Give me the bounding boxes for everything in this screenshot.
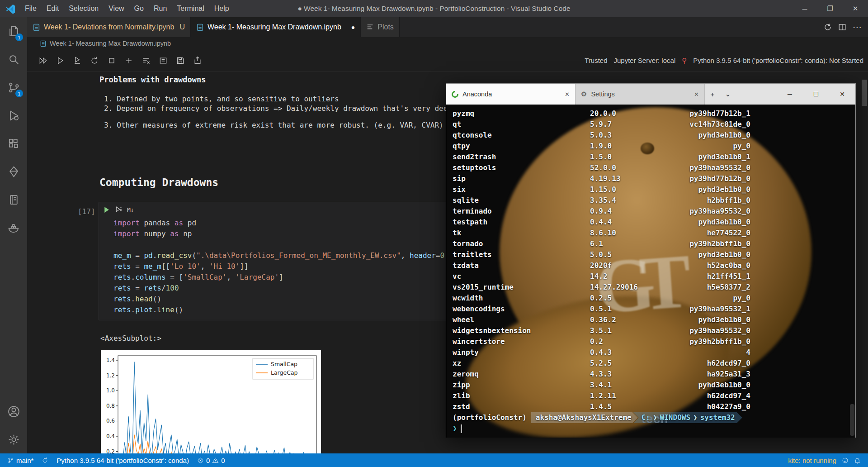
dirty-indicator[interactable]: ● (351, 24, 355, 31)
terminal-close-button[interactable]: ✕ (829, 84, 855, 105)
menu-edit[interactable]: Edit (42, 5, 64, 12)
editor-scrollbar[interactable] (862, 71, 867, 453)
run-all-button[interactable] (34, 53, 52, 68)
breadcrumb[interactable]: Week 1- Measuring Max Drawdown.ipynb (27, 37, 868, 50)
sync-icon (42, 457, 48, 464)
menu-file[interactable]: File (20, 5, 42, 12)
search-icon[interactable] (0, 45, 27, 73)
branch-name: main* (16, 457, 33, 464)
terminal-maximize-button[interactable]: ☐ (803, 84, 829, 105)
problems-item[interactable]: 0 0 (194, 453, 228, 467)
git-branch-item[interactable]: main* (5, 453, 36, 467)
maximize-button[interactable]: ❐ (817, 0, 843, 17)
status-bar: main* Python 3.9.5 64-bit ('portfolioCon… (0, 453, 868, 467)
scrollbar-thumb[interactable] (862, 80, 867, 106)
svg-text:0.6: 0.6 (106, 418, 115, 424)
package-row: qtpy1.9.0py_0 (453, 141, 750, 152)
settings-gear-icon[interactable] (0, 425, 27, 453)
restart-kernel-button[interactable] (86, 53, 103, 68)
split-editor-icon[interactable] (838, 23, 846, 31)
markdown-list-item: 1.Defined by two points, and so sensitiv… (104, 94, 465, 104)
anaconda-terminal-window[interactable]: Anaconda ✕ ⚙ Settings ✕ + ⌄ ─ ☐ ✕ GT tec… (446, 83, 856, 438)
interrupt-kernel-button[interactable] (103, 53, 120, 68)
feedback-smiley-icon (842, 457, 849, 464)
sync-changes-item[interactable] (39, 453, 51, 467)
notifications-bell-item[interactable] (851, 453, 863, 467)
tab-measuring-max-drawdown[interactable]: Week 1- Measuring Max Drawdown.ipynb ● (191, 17, 361, 37)
run-debug-icon[interactable] (0, 101, 27, 129)
svg-text:SmallCap: SmallCap (271, 361, 297, 367)
menu-terminal[interactable]: Terminal (172, 5, 209, 12)
add-cell-button[interactable] (120, 53, 137, 68)
account-icon[interactable] (0, 397, 27, 425)
gear-icon: ⚙ (581, 90, 587, 98)
extensions-icon[interactable] (0, 129, 27, 157)
breadcrumb-file[interactable]: Week 1- Measuring Max Drawdown.ipynb (50, 40, 171, 47)
plot-output: 1.41.21.00.80.60.40.2SmallCapLargeCap (101, 350, 321, 453)
kernel-picker[interactable]: Python 3.9.5 64-bit ('portfolioConstr': … (693, 57, 863, 64)
source-control-icon[interactable]: 1 (0, 73, 27, 101)
menu-help[interactable]: Help (209, 5, 234, 12)
kite-status-item[interactable]: kite: not running (785, 453, 839, 467)
tab-close-icon[interactable]: ✕ (565, 91, 570, 98)
menu-selection[interactable]: Selection (64, 5, 104, 12)
terminal-minimize-button[interactable]: ─ (777, 84, 803, 105)
git-status-letter: U (179, 23, 185, 31)
terminal-tab-settings[interactable]: ⚙ Settings ✕ (576, 84, 705, 105)
tab-dropdown-icon[interactable]: ⌄ (720, 84, 736, 105)
run-below-icon[interactable] (115, 206, 123, 214)
package-row: xz5.2.5h62dcd97_0 (453, 358, 750, 369)
tab-label: Week 1- Deviations from Normality.ipynb (44, 23, 174, 31)
feedback-item[interactable] (839, 453, 851, 467)
minimize-button[interactable]: ─ (792, 0, 817, 17)
notebook-file-icon (196, 24, 204, 31)
warning-icon (212, 457, 219, 464)
kite-extension-icon[interactable] (0, 157, 27, 186)
sync-kernel-icon[interactable] (824, 23, 832, 31)
export-button[interactable] (189, 53, 206, 68)
menu-run[interactable]: Run (149, 5, 172, 12)
tab-deviations-from-normality[interactable]: Week 1- Deviations from Normality.ipynb … (27, 17, 191, 37)
terminal-tab-label: Anaconda (462, 91, 492, 98)
explorer-icon[interactable]: 1 (0, 17, 27, 45)
terminal-output: pyzmq20.0.0py39hd77b12b_1qt5.9.7vc14h73c… (453, 108, 750, 434)
run-cell-play-icon[interactable] (103, 206, 110, 214)
terminal-scrollbar-thumb[interactable] (850, 404, 854, 436)
notebook-toolbar: Trusted Jupyter Server: local ⚲ Python 3… (27, 50, 868, 71)
convert-to-markdown-button[interactable]: M↓ (127, 206, 134, 213)
markdown-list: 1.Defined by two points, and so sensitiv… (104, 94, 465, 130)
menu-view[interactable]: View (104, 5, 129, 12)
anaconda-spinner-icon (450, 89, 460, 99)
tab-plots[interactable]: Plots (361, 17, 400, 37)
package-row: qtconsole5.0.3pyhd3eb1b0_0 (453, 130, 750, 141)
docker-icon[interactable] (0, 214, 27, 242)
terminal-body[interactable]: GT tech pyzmq20.0.0py39hd77b12b_1qt5.9.7… (446, 105, 855, 438)
variable-explorer-button[interactable] (155, 53, 172, 68)
prompt-path-segment: C:❯WINDOWS❯system32 (633, 412, 742, 423)
new-tab-button[interactable]: + (705, 84, 720, 105)
run-below-button[interactable] (69, 53, 86, 68)
markdown-heading: Problems with drawdowns (99, 75, 206, 84)
python-version-label: Python 3.9.5 64-bit ('portfolioConstr': … (57, 457, 189, 464)
package-row: six1.15.0pyhd3eb1b0_0 (453, 184, 750, 195)
terminal-cursor-line[interactable]: ❯ (453, 423, 750, 434)
more-actions-icon[interactable]: ⋯ (853, 22, 862, 33)
terminal-prompt-line: (portfolioConstr) aksha@AkshaysX1Extreme… (453, 412, 750, 423)
markdown-list-item: 2.Depend on frequency of observations =>… (104, 104, 465, 113)
trusted-label[interactable]: Trusted (585, 57, 607, 64)
menu-go[interactable]: Go (129, 5, 149, 12)
package-row: zeromq4.3.3ha925a31_3 (453, 369, 750, 380)
python-interpreter-item[interactable]: Python 3.9.5 64-bit ('portfolioConstr': … (54, 453, 192, 467)
package-row: sqlite3.35.4h2bbff1b_0 (453, 195, 750, 206)
terminal-tab-anaconda[interactable]: Anaconda ✕ (446, 84, 576, 105)
jupyter-server-label[interactable]: Jupyter Server: local (614, 57, 676, 64)
clear-outputs-button[interactable] (137, 53, 155, 68)
run-cell-button[interactable] (52, 53, 69, 68)
close-button[interactable]: ✕ (843, 0, 868, 17)
package-row: wincertstore0.2py39h2bbff1b_0 (453, 336, 750, 347)
notebook-extension-icon[interactable] (0, 186, 27, 214)
tab-close-icon[interactable]: ✕ (694, 91, 699, 98)
activity-bar: 1 1 (0, 17, 27, 453)
save-button[interactable] (172, 53, 189, 68)
package-row: wheel0.36.2pyhd3eb1b0_0 (453, 315, 750, 325)
